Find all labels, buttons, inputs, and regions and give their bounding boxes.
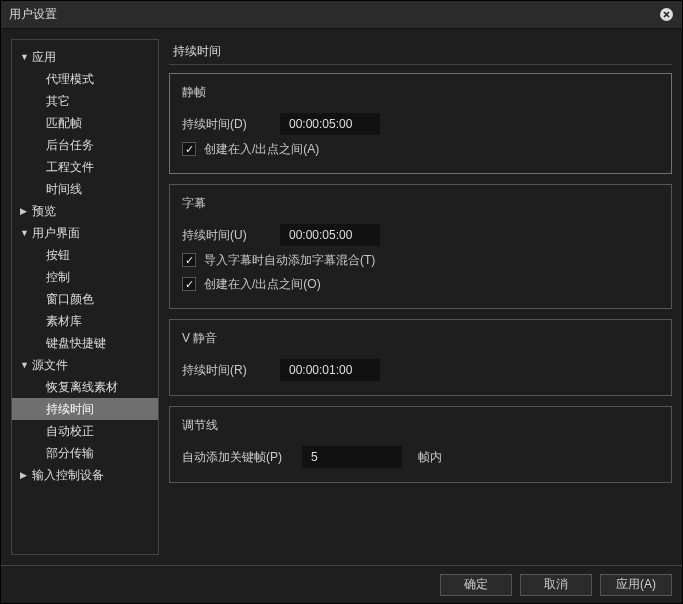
group-title: 静帧 <box>182 84 659 101</box>
content-body: 静帧 持续时间(D) 00:00:05:00 ✓ 创建在入/出点之间(A) 字幕… <box>169 65 672 555</box>
tree-label: 自动校正 <box>46 423 94 440</box>
tree-node-partial-transfer[interactable]: 部分传输 <box>12 442 158 464</box>
tree-node-preview[interactable]: ▶ 预览 <box>12 200 158 222</box>
tree-node-duration[interactable]: 持续时间 <box>12 398 158 420</box>
chevron-down-icon: ▼ <box>20 52 32 62</box>
tree-node-ui[interactable]: ▼ 用户界面 <box>12 222 158 244</box>
check-icon: ✓ <box>182 142 196 156</box>
tree-label: 应用 <box>32 49 56 66</box>
input-value: 00:00:05:00 <box>289 117 352 131</box>
auto-keyframe-label: 自动添加关键帧(P) <box>182 449 292 466</box>
tree-node-window-color[interactable]: 窗口颜色 <box>12 288 158 310</box>
input-value: 00:00:05:00 <box>289 228 352 242</box>
input-value: 00:00:01:00 <box>289 363 352 377</box>
tree-node-match-frame[interactable]: 匹配帧 <box>12 112 158 134</box>
row-subtitle-duration: 持续时间(U) 00:00:05:00 <box>182 222 659 248</box>
group-vmute: V 静音 持续时间(R) 00:00:01:00 <box>169 319 672 396</box>
row-vmute-duration: 持续时间(R) 00:00:01:00 <box>182 357 659 383</box>
group-still-frame: 静帧 持续时间(D) 00:00:05:00 ✓ 创建在入/出点之间(A) <box>169 73 672 174</box>
chevron-down-icon: ▼ <box>20 360 32 370</box>
group-subtitle: 字幕 持续时间(U) 00:00:05:00 ✓ 导入字幕时自动添加字幕混合(T… <box>169 184 672 309</box>
dialog-footer: 确定 取消 应用(A) <box>1 565 682 603</box>
button-label: 应用(A) <box>616 576 656 593</box>
tree-node-auto-correct[interactable]: 自动校正 <box>12 420 158 442</box>
tree-label: 按钮 <box>46 247 70 264</box>
close-button[interactable] <box>658 7 674 23</box>
tree-label: 键盘快捷键 <box>46 335 106 352</box>
tree-label: 时间线 <box>46 181 82 198</box>
button-label: 确定 <box>464 576 488 593</box>
chevron-right-icon: ▶ <box>20 470 32 480</box>
subtitle-automix-checkbox[interactable]: ✓ 导入字幕时自动添加字幕混合(T) <box>182 248 659 272</box>
ok-button[interactable]: 确定 <box>440 574 512 596</box>
still-duration-input[interactable]: 00:00:05:00 <box>280 113 380 135</box>
dialog-body: ▼ 应用 代理模式 其它 匹配帧 后台任务 工程文件 时间线 ▶ 预览 ▼ 用户… <box>1 29 682 565</box>
tree-label: 窗口颜色 <box>46 291 94 308</box>
tree-label: 代理模式 <box>46 71 94 88</box>
tree-label: 持续时间 <box>46 401 94 418</box>
user-settings-dialog: 用户设置 ▼ 应用 代理模式 其它 匹配帧 后台任务 工程文件 时间线 ▶ 预览 <box>0 0 683 604</box>
content-header: 持续时间 <box>169 39 672 65</box>
tree-label: 部分传输 <box>46 445 94 462</box>
auto-keyframe-input[interactable]: 5 <box>302 446 402 468</box>
checkbox-label: 创建在入/出点之间(O) <box>204 276 321 293</box>
checkbox-label: 创建在入/出点之间(A) <box>204 141 319 158</box>
tree-label: 恢复离线素材 <box>46 379 118 396</box>
chevron-down-icon: ▼ <box>20 228 32 238</box>
check-icon: ✓ <box>182 277 196 291</box>
apply-button[interactable]: 应用(A) <box>600 574 672 596</box>
titlebar: 用户设置 <box>1 1 682 29</box>
cancel-button[interactable]: 取消 <box>520 574 592 596</box>
tree-node-shortcuts[interactable]: 键盘快捷键 <box>12 332 158 354</box>
group-adjust-line: 调节线 自动添加关键帧(P) 5 帧内 <box>169 406 672 483</box>
row-auto-keyframe: 自动添加关键帧(P) 5 帧内 <box>182 444 659 470</box>
row-still-duration: 持续时间(D) 00:00:05:00 <box>182 111 659 137</box>
tree-label: 预览 <box>32 203 56 220</box>
group-title: V 静音 <box>182 330 659 347</box>
tree-node-source[interactable]: ▼ 源文件 <box>12 354 158 376</box>
duration-label: 持续时间(R) <box>182 362 270 379</box>
tree-node-input-device[interactable]: ▶ 输入控制设备 <box>12 464 158 486</box>
tree-label: 输入控制设备 <box>32 467 104 484</box>
button-label: 取消 <box>544 576 568 593</box>
tree-node-project-files[interactable]: 工程文件 <box>12 156 158 178</box>
group-title: 调节线 <box>182 417 659 434</box>
still-inout-checkbox[interactable]: ✓ 创建在入/出点之间(A) <box>182 137 659 161</box>
tree-node-restore-offline[interactable]: 恢复离线素材 <box>12 376 158 398</box>
tree-node-control[interactable]: 控制 <box>12 266 158 288</box>
input-value: 5 <box>311 450 318 464</box>
checkbox-label: 导入字幕时自动添加字幕混合(T) <box>204 252 375 269</box>
vmute-duration-input[interactable]: 00:00:01:00 <box>280 359 380 381</box>
tree-label: 素材库 <box>46 313 82 330</box>
duration-label: 持续时间(D) <box>182 116 270 133</box>
suffix-label: 帧内 <box>418 449 442 466</box>
sidebar-tree[interactable]: ▼ 应用 代理模式 其它 匹配帧 后台任务 工程文件 时间线 ▶ 预览 ▼ 用户… <box>11 39 159 555</box>
tree-node-library[interactable]: 素材库 <box>12 310 158 332</box>
tree-node-background-tasks[interactable]: 后台任务 <box>12 134 158 156</box>
tree-label: 后台任务 <box>46 137 94 154</box>
tree-node-proxy-mode[interactable]: 代理模式 <box>12 68 158 90</box>
tree-node-app[interactable]: ▼ 应用 <box>12 46 158 68</box>
content-panel: 持续时间 静帧 持续时间(D) 00:00:05:00 ✓ 创建在入/出点之间(… <box>169 39 672 555</box>
subtitle-duration-input[interactable]: 00:00:05:00 <box>280 224 380 246</box>
tree-label: 控制 <box>46 269 70 286</box>
tree-node-other[interactable]: 其它 <box>12 90 158 112</box>
tree-label: 匹配帧 <box>46 115 82 132</box>
tree-label: 工程文件 <box>46 159 94 176</box>
tree-label: 其它 <box>46 93 70 110</box>
tree-label: 用户界面 <box>32 225 80 242</box>
group-title: 字幕 <box>182 195 659 212</box>
check-icon: ✓ <box>182 253 196 267</box>
duration-label: 持续时间(U) <box>182 227 270 244</box>
chevron-right-icon: ▶ <box>20 206 32 216</box>
content-heading: 持续时间 <box>173 43 221 60</box>
close-icon <box>659 7 674 22</box>
subtitle-inout-checkbox[interactable]: ✓ 创建在入/出点之间(O) <box>182 272 659 296</box>
tree-label: 源文件 <box>32 357 68 374</box>
dialog-title: 用户设置 <box>9 6 57 23</box>
tree-node-buttons[interactable]: 按钮 <box>12 244 158 266</box>
tree-node-timeline[interactable]: 时间线 <box>12 178 158 200</box>
